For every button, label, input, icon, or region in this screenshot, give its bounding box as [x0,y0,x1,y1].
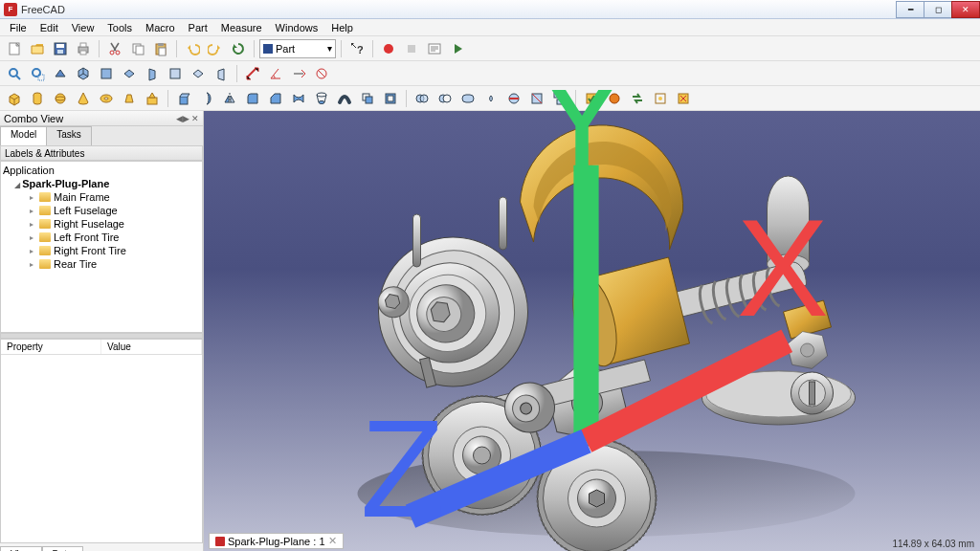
measure-angular-icon[interactable] [265,63,286,84]
tab-model[interactable]: Model [0,126,47,145]
workbench-selector[interactable]: Part [259,39,336,58]
whats-this-icon[interactable]: ? [346,38,368,59]
menu-bar: File Edit View Tools Macro Part Measure … [0,19,980,36]
document-tab[interactable]: Spark-Plug-Plane : 1 ✕ [209,533,344,549]
tab-view[interactable]: View [0,546,42,551]
record-macro-icon[interactable] [378,38,399,59]
tree-item[interactable]: Left Fuselage [3,204,200,217]
prism-icon[interactable] [119,88,140,109]
menu-macro[interactable]: Macro [140,21,181,34]
svg-rect-22 [170,69,180,78]
svg-rect-13 [159,48,166,55]
svg-rect-2 [56,44,64,48]
3d-viewport[interactable]: Y X Z [204,111,980,551]
svg-rect-6 [80,51,86,55]
value-col: Value [101,340,202,354]
menu-edit[interactable]: Edit [34,21,64,34]
app-icon: F [4,3,17,16]
paste-icon[interactable] [150,38,171,59]
menu-help[interactable]: Help [325,21,359,34]
pin-icon[interactable]: ◀▶ [176,114,189,123]
tree-item-label: Right Fuselage [54,218,124,230]
left-view-icon[interactable] [211,63,232,84]
menu-windows[interactable]: Windows [270,21,324,34]
copy-icon[interactable] [127,38,148,59]
cube-icon[interactable] [4,88,25,109]
folder-icon [39,232,51,242]
menu-part[interactable]: Part [183,21,213,34]
axis-gizmo: Y X Z [198,90,974,541]
front-view-icon[interactable] [96,63,117,84]
torus-icon[interactable] [96,88,117,109]
svg-rect-16 [408,45,415,53]
redo-icon[interactable] [205,38,226,59]
tree-item[interactable]: Left Front Tire [3,231,200,244]
menu-tools[interactable]: Tools [101,21,138,34]
tree-item-label: Main Frame [54,191,110,203]
macros-icon[interactable] [424,38,445,59]
tree-view[interactable]: Application Spark-Plug-Plane Main Frame … [0,161,203,333]
open-icon[interactable] [27,38,48,59]
title-bar: F FreeCAD ━ ◻ ✕ [0,0,980,19]
toolbar-view [0,61,980,86]
menu-measure[interactable]: Measure [215,21,268,34]
top-view-icon[interactable] [119,63,140,84]
svg-rect-30 [180,97,188,104]
fit-sel-icon[interactable] [27,63,48,84]
menu-view[interactable]: View [66,21,100,34]
svg-text:Y: Y [536,90,628,195]
play-macro-icon[interactable] [447,38,468,59]
fit-all-icon[interactable] [4,63,25,84]
bottom-view-icon[interactable] [188,63,209,84]
tree-item[interactable]: Main Frame [3,190,200,204]
menu-file[interactable]: File [4,21,33,34]
combo-view-panel: Combo View ◀▶ ✕ Model Tasks Labels & Att… [0,111,204,551]
tree-document[interactable]: Spark-Plug-Plane [3,177,200,190]
svg-point-19 [33,69,40,77]
builder-icon[interactable] [142,88,163,109]
new-icon[interactable] [4,38,25,59]
stop-macro-icon[interactable] [401,38,422,59]
tree-root[interactable]: Application [3,164,200,177]
axo-view-icon[interactable] [73,63,94,84]
tree-item-label: Right Front Tire [54,245,126,256]
refresh-icon[interactable] [228,38,249,59]
sphere-icon[interactable] [50,88,71,109]
combo-view-title: Combo View [4,113,63,124]
svg-text:?: ? [357,44,364,55]
minimize-button[interactable]: ━ [896,1,924,18]
measure-toggle-icon[interactable] [311,63,332,84]
svg-point-8 [116,51,120,55]
measure-linear-icon[interactable] [242,63,263,84]
extrude-icon[interactable] [173,88,194,109]
tab-data[interactable]: Data [42,546,83,551]
rear-view-icon[interactable] [165,63,186,84]
tree-item[interactable]: Right Fuselage [3,217,200,231]
cut-icon[interactable] [104,38,125,59]
status-bar: 114.89 x 64.03 mm [892,539,974,549]
cylinder-icon[interactable] [27,88,48,109]
tree-item[interactable]: Rear Tire [3,257,200,271]
draw-style-icon[interactable] [50,63,71,84]
svg-rect-10 [136,46,144,55]
print-icon[interactable] [73,38,94,59]
cone-icon[interactable] [73,88,94,109]
save-icon[interactable] [50,38,71,59]
tab-tasks[interactable]: Tasks [46,126,92,145]
folder-icon [39,219,51,229]
right-view-icon[interactable] [142,63,163,84]
svg-text:Z: Z [361,391,445,541]
folder-icon [39,206,51,215]
svg-text:X: X [737,190,829,345]
svg-rect-5 [80,43,86,47]
undo-icon[interactable] [182,38,203,59]
svg-rect-12 [158,43,164,46]
tree-item-label: Left Front Tire [54,231,119,243]
close-button[interactable]: ✕ [951,1,980,18]
svg-rect-21 [101,69,111,78]
measure-clear-icon[interactable] [288,63,309,84]
doc-close-icon[interactable]: ✕ [328,535,337,547]
tree-item[interactable]: Right Front Tire [3,244,200,257]
folder-icon [39,246,51,255]
maximize-button[interactable]: ◻ [924,1,952,18]
